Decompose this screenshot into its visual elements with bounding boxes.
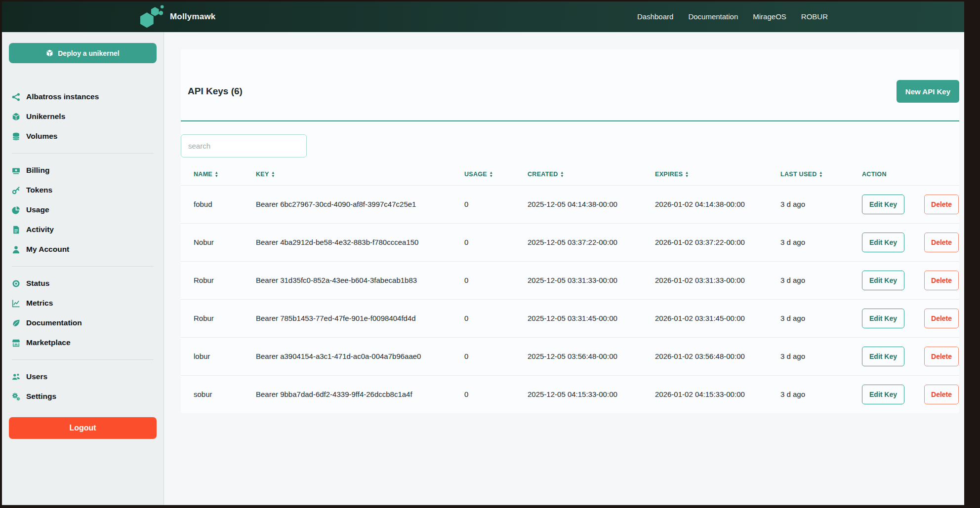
sidebar: Deploy a unikernel Albatross instances U…	[2, 32, 164, 505]
sidebar-item-label: Activity	[26, 225, 54, 234]
sidebar-item-activity[interactable]: Activity	[7, 220, 159, 239]
gears-icon	[12, 392, 21, 401]
cell-actions: Edit Key Delete	[862, 375, 959, 413]
cell-name: Nobur	[181, 223, 256, 261]
cell-name: Robur	[181, 299, 256, 337]
sidebar-divider	[12, 153, 154, 154]
cell-key: Bearer a3904154-a3c1-471d-ac0a-004a7b96a…	[256, 337, 464, 375]
sidebar-item-usage[interactable]: Usage	[7, 200, 159, 220]
column-header-name[interactable]: NAME ▴▾	[181, 163, 256, 185]
delete-key-button[interactable]: Delete	[924, 385, 959, 404]
sidebar-divider	[12, 266, 154, 267]
sort-icon[interactable]: ▴▾	[561, 171, 564, 178]
sidebar-item-albatross-instances[interactable]: Albatross instances	[7, 87, 159, 107]
sidebar-item-status[interactable]: Status	[7, 274, 159, 293]
api-key-row-robur: Robur Bearer 31d35fc0-852a-43ee-b604-3fa…	[181, 261, 959, 299]
delete-key-button[interactable]: Delete	[924, 195, 959, 214]
column-header-label: USAGE	[464, 171, 487, 178]
cell-last-used: 3 d ago	[780, 375, 862, 413]
column-header-label: CREATED	[528, 171, 558, 178]
sidebar-item-documentation[interactable]: Documentation	[7, 313, 159, 333]
api-keys-table: NAME ▴▾ KEY ▴▾	[181, 163, 959, 413]
column-header-key[interactable]: KEY ▴▾	[256, 163, 464, 185]
cell-last-used: 3 d ago	[780, 299, 862, 337]
main-content: API Keys (6) New API Key	[164, 32, 964, 505]
delete-key-button[interactable]: Delete	[924, 271, 959, 290]
delete-key-button[interactable]: Delete	[924, 309, 959, 328]
brand-name: Mollymawk	[170, 12, 216, 22]
column-header-expires[interactable]: EXPIRES ▴▾	[655, 163, 780, 185]
cell-expires: 2026-01-02 03:31:45-00:00	[655, 299, 780, 337]
edit-key-button[interactable]: Edit Key	[862, 347, 904, 366]
app-window: Mollymawk Dashboard Documentation Mirage…	[2, 1, 964, 505]
sort-icon[interactable]: ▴▾	[215, 171, 218, 178]
search-input[interactable]	[181, 134, 307, 157]
nav-link-documentation[interactable]: Documentation	[688, 12, 738, 21]
cell-actions: Edit Key Delete	[862, 299, 959, 337]
delete-key-button[interactable]: Delete	[924, 347, 959, 366]
sidebar-item-unikernels[interactable]: Unikernels	[7, 107, 159, 126]
nav-link-robur[interactable]: ROBUR	[801, 12, 828, 21]
edit-key-button[interactable]: Edit Key	[862, 309, 904, 328]
sidebar-item-label: Status	[26, 279, 49, 288]
sidebar-item-label: Albatross instances	[26, 92, 99, 101]
sidebar-item-settings[interactable]: Settings	[7, 387, 159, 406]
cell-created: 2025-12-05 03:56:48-00:00	[528, 337, 655, 375]
doc-icon	[12, 226, 21, 234]
sidebar-item-billing[interactable]: Billing	[7, 160, 159, 180]
sidebar-item-label: Unikernels	[26, 112, 65, 121]
cell-created: 2025-12-05 03:31:45-00:00	[528, 299, 655, 337]
sidebar-item-my-account[interactable]: My Account	[7, 239, 159, 259]
cube-icon	[12, 113, 21, 121]
column-header-usage[interactable]: USAGE ▴▾	[464, 163, 528, 185]
edit-key-button[interactable]: Edit Key	[862, 385, 904, 404]
key-icon	[12, 186, 21, 195]
deploy-unikernel-button[interactable]: Deploy a unikernel	[9, 43, 157, 63]
cell-key: Bearer 785b1453-77ed-47fe-901e-f0098404f…	[256, 299, 464, 337]
brand-link[interactable]: Mollymawk	[138, 4, 216, 30]
screen-frame: Mollymawk Dashboard Documentation Mirage…	[0, 0, 980, 508]
cell-usage: 0	[464, 299, 528, 337]
sidebar-item-label: Usage	[26, 205, 49, 214]
nav-link-mirageos[interactable]: MirageOS	[753, 12, 786, 21]
delete-key-button[interactable]: Delete	[924, 233, 959, 252]
sort-icon[interactable]: ▴▾	[272, 171, 275, 178]
sidebar-item-users[interactable]: Users	[7, 367, 159, 387]
cell-key: Bearer 4ba2912d-be58-4e32-883b-f780cccea…	[256, 223, 464, 261]
edit-key-button[interactable]: Edit Key	[862, 195, 904, 214]
sort-icon[interactable]: ▴▾	[686, 171, 688, 178]
sidebar-item-metrics[interactable]: Metrics	[7, 293, 159, 313]
column-header-label: EXPIRES	[655, 171, 683, 178]
sidebar-item-marketplace[interactable]: Marketplace	[7, 333, 159, 352]
table-header-row: NAME ▴▾ KEY ▴▾	[181, 163, 959, 185]
cell-usage: 0	[464, 337, 528, 375]
edit-key-button[interactable]: Edit Key	[862, 233, 904, 252]
sidebar-group-instances: Albatross instances Unikernels Volumes	[7, 87, 159, 146]
column-header-created[interactable]: CREATED ▴▾	[528, 163, 655, 185]
sidebar-item-label: Settings	[26, 392, 56, 401]
column-header-label: LAST USED	[780, 171, 817, 178]
sort-icon[interactable]: ▴▾	[820, 171, 822, 178]
sidebar-item-label: Documentation	[26, 318, 82, 327]
nav-link-dashboard[interactable]: Dashboard	[637, 12, 673, 21]
cell-usage: 0	[464, 223, 528, 261]
sidebar-item-tokens[interactable]: Tokens	[7, 180, 159, 200]
sidebar-group-admin: Users Settings	[7, 367, 159, 406]
column-header-last-used[interactable]: LAST USED ▴▾	[780, 163, 862, 185]
status-icon	[12, 279, 21, 288]
edit-key-button[interactable]: Edit Key	[862, 271, 904, 290]
logout-button[interactable]: Logout	[9, 417, 157, 439]
money-icon	[12, 166, 21, 175]
nodes-icon	[12, 93, 21, 101]
cell-last-used: 3 d ago	[780, 261, 862, 299]
cell-last-used: 3 d ago	[780, 337, 862, 375]
sort-icon[interactable]: ▴▾	[490, 171, 492, 178]
top-navbar: Mollymawk Dashboard Documentation Mirage…	[2, 1, 964, 32]
page-title: API Keys (6)	[188, 86, 243, 97]
cell-expires: 2026-01-02 04:15:33-00:00	[655, 375, 780, 413]
column-header-action[interactable]: ACTION	[862, 163, 959, 185]
sidebar-item-volumes[interactable]: Volumes	[7, 126, 159, 146]
api-key-row-nobur: Nobur Bearer 4ba2912d-be58-4e32-883b-f78…	[181, 223, 959, 261]
new-api-key-button[interactable]: New API Key	[897, 80, 959, 103]
api-key-row-fobud: fobud Bearer 6bc27967-30cd-4090-af8f-399…	[181, 185, 959, 223]
